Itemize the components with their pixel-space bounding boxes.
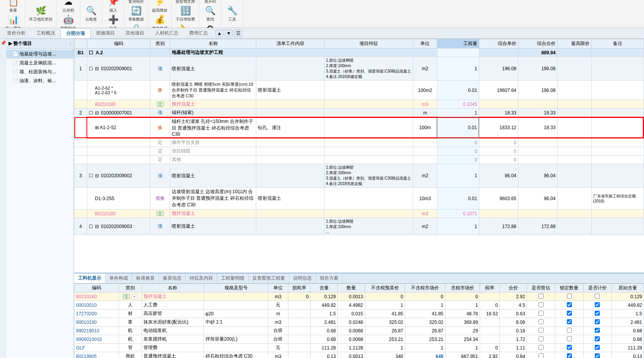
brow-confirm-2[interactable] xyxy=(555,310,584,318)
brow-price2-2[interactable] xyxy=(584,310,612,318)
temp-checkbox-4[interactable] xyxy=(539,328,544,333)
brow-confirm-1[interactable] xyxy=(555,301,584,310)
brow-type-0[interactable]: 主 xyxy=(119,292,142,301)
brow-confirm-4[interactable] xyxy=(555,327,584,335)
sidebar-collapse[interactable]: 《 xyxy=(67,41,71,47)
sub-qty-d13255[interactable]: 0.01 xyxy=(437,188,479,209)
row-qty-1[interactable]: 1 xyxy=(437,57,479,81)
brow-price2-3[interactable] xyxy=(584,318,612,327)
brow-price2-5[interactable] xyxy=(584,335,612,344)
nav-more[interactable]: ☰ xyxy=(234,29,242,37)
tab-parts[interactable]: 分部分项 xyxy=(60,28,91,38)
brow-type-1[interactable]: 人 xyxy=(119,301,142,310)
reuse-price-btn[interactable]: 📋复用组价 xyxy=(127,0,145,5)
brow-temp-7[interactable] xyxy=(527,352,555,358)
brow-temp-6[interactable] xyxy=(527,344,555,352)
tab-measures[interactable]: 措施项目 xyxy=(91,28,120,38)
brow-qty-1[interactable]: 449.82 xyxy=(311,301,338,310)
temp-checkbox-0[interactable] xyxy=(539,294,544,299)
sub-code-a1252[interactable]: ⊞A1-2-52 xyxy=(87,117,150,138)
find-btn[interactable]: 🔍查找 xyxy=(202,5,219,23)
brow-price2-4[interactable] xyxy=(584,327,612,335)
bottom-tab-std-calc[interactable]: 标准换算 xyxy=(132,273,159,283)
env-btn[interactable]: 🌿 环卫地区类别 xyxy=(28,5,54,23)
price-checkbox-0[interactable] xyxy=(595,294,600,299)
temp-checkbox-3[interactable] xyxy=(539,319,544,324)
extract-btn[interactable]: 📤提取鄂支撑 xyxy=(174,0,197,5)
confirm-checkbox-4[interactable] xyxy=(567,328,572,333)
brow-type-7[interactable]: 商砼 xyxy=(119,352,142,358)
tab-fees[interactable]: 费用汇总 xyxy=(184,28,213,38)
nav-up-arrow[interactable]: ▲ xyxy=(216,29,223,37)
tab-project-overview[interactable]: 工程概况 xyxy=(31,28,60,38)
high-eff-btn[interactable]: ⚡超高降效 xyxy=(150,0,169,14)
row-qty-4[interactable]: 1 xyxy=(437,218,479,235)
brow-type-6[interactable]: 管 xyxy=(119,344,142,352)
price-checkbox-6[interactable] xyxy=(595,345,600,350)
subadd-btn[interactable]: 🔢子目增加费 xyxy=(174,5,197,23)
temp-checkbox-2[interactable] xyxy=(539,311,544,316)
brow-qty-3[interactable]: 2.481 xyxy=(311,318,338,327)
replace-data-btn[interactable]: 🔄替换数据 xyxy=(127,5,145,23)
confirm-checkbox-5[interactable] xyxy=(567,336,572,341)
confirm-checkbox-1[interactable] xyxy=(567,302,572,307)
brow-price2-6[interactable] xyxy=(584,344,612,352)
price-checkbox-2[interactable] xyxy=(595,311,600,316)
sub-qty-80210180-2[interactable]: 0.1071 xyxy=(437,209,479,218)
pin-icon[interactable]: 📌 xyxy=(0,40,6,46)
brow-temp-4[interactable] xyxy=(527,327,555,335)
sub-code-80210180-1[interactable]: 80210180 xyxy=(87,100,150,109)
bottom-tab-unit-comp[interactable]: 单价构成 xyxy=(105,273,132,283)
price-checkbox-4[interactable] xyxy=(595,328,600,333)
brow-code-7[interactable]: 80219905 xyxy=(74,352,119,358)
tab-materials[interactable]: 人材机汇总 xyxy=(150,28,184,38)
bottom-tab-scheme[interactable]: 组价方案 xyxy=(316,273,343,283)
bottom-tab-features[interactable]: 特征及内容 xyxy=(186,273,217,283)
sub-qty-a1262[interactable]: 0.01 xyxy=(437,81,479,100)
sub-code-a1262[interactable]: A1-2-62 *A1-2-63 * 5 xyxy=(87,81,150,100)
row-code-3[interactable]: ☐ ⊟ 010202009002 xyxy=(87,164,150,188)
brow-code-2[interactable]: 17270200 xyxy=(74,310,119,318)
brow-qty-2[interactable]: 1.5 xyxy=(311,310,338,318)
brow-price2-0[interactable] xyxy=(584,292,612,301)
brow-code-0[interactable]: 80210180 xyxy=(74,292,119,301)
brow-qty-7[interactable]: 0.13 xyxy=(311,352,338,358)
confirm-checkbox-6[interactable] xyxy=(567,345,572,350)
row-qty-3[interactable]: 1 xyxy=(437,164,479,188)
tab-cost-analysis[interactable]: 造价分析 xyxy=(2,28,31,38)
sub-code-80210180-2[interactable]: 80210180 xyxy=(87,209,150,218)
cloud-check-btn[interactable]: 🔍 云检查 xyxy=(83,5,100,23)
brow-temp-2[interactable] xyxy=(527,310,555,318)
confirm-checkbox-0[interactable] xyxy=(567,294,572,299)
brow-type-5[interactable]: 机 xyxy=(119,335,142,344)
brow-temp-0[interactable] xyxy=(527,292,555,301)
sub-qty-80210180-1[interactable]: 0.1045 xyxy=(437,100,479,109)
bottom-tab-calc-info[interactable]: 换算信息 xyxy=(159,273,186,283)
tab-other[interactable]: 其他项目 xyxy=(120,28,150,38)
brow-temp-1[interactable] xyxy=(527,301,555,310)
type-select[interactable] xyxy=(131,294,138,299)
insert-btn[interactable]: 📌插入 xyxy=(105,0,122,14)
bottom-tab-graph-qty[interactable]: 反查图形工程量 xyxy=(249,273,289,283)
brow-price2-7[interactable] xyxy=(584,352,612,358)
price-checkbox-7[interactable] xyxy=(595,353,600,358)
brow-qty-5[interactable]: 0.68 xyxy=(311,335,338,344)
row-code-1[interactable]: ☐ ⊟ 010202009001 xyxy=(87,57,150,81)
view-btn[interactable]: 📋 查看 xyxy=(5,0,22,14)
sidebar-item-foundation[interactable]: 📄 地基处理与边坡... xyxy=(6,50,74,59)
temp-checkbox-6[interactable] xyxy=(539,345,544,350)
brow-qty-4[interactable]: 0.68 xyxy=(311,327,338,335)
confirm-checkbox-3[interactable] xyxy=(567,319,572,324)
sidebar-item-concrete[interactable]: 📄 混凝土及钢筋混... xyxy=(6,59,74,67)
brow-confirm-3[interactable] xyxy=(555,318,584,327)
brow-type-3[interactable]: 浆 xyxy=(119,318,142,327)
bottom-tab-qty-detail[interactable]: 工程量明细 xyxy=(217,273,249,283)
brow-qty-0[interactable]: 0.129 xyxy=(311,292,338,301)
expand-tree-icon[interactable]: ▶ xyxy=(9,41,12,46)
row-code-4[interactable]: ☐ ⊟ 010202009003 xyxy=(87,218,150,235)
row-qty-2[interactable]: 1 xyxy=(437,109,479,118)
row-code-2[interactable]: ☐ ⊟ 010000007001 xyxy=(87,109,150,118)
bottom-tab-desc[interactable]: 说明信息 xyxy=(289,273,316,283)
price-checkbox-1[interactable] xyxy=(595,302,600,307)
price-checkbox-5[interactable] xyxy=(595,336,600,341)
